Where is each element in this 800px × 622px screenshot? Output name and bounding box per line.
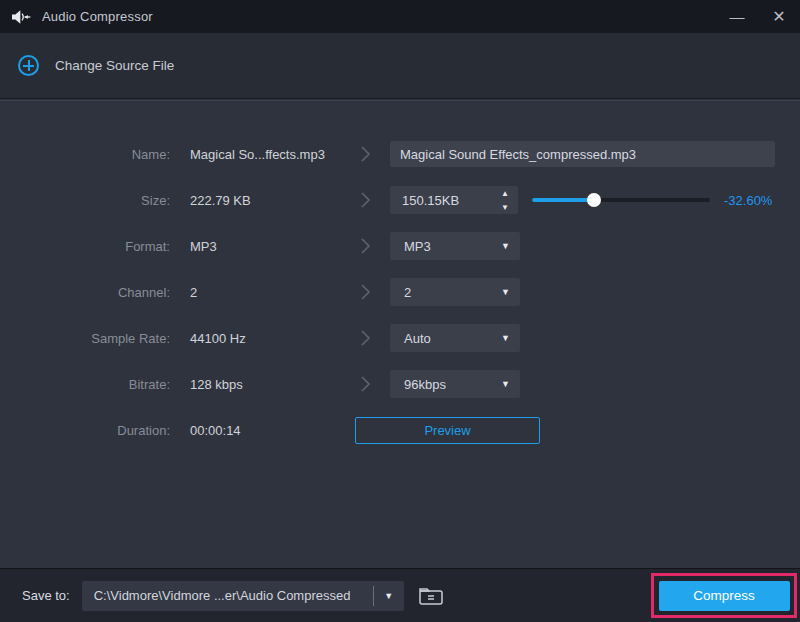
channel-original-value: 2 xyxy=(190,285,340,300)
name-original-value: Magical So...ffects.mp3 xyxy=(190,147,340,162)
channel-dropdown[interactable]: 2 ▼ xyxy=(390,278,520,306)
save-path-combobox[interactable]: C:\Vidmore\Vidmore ...er\Audio Compresse… xyxy=(82,581,404,611)
settings-form: Name: Magical So...ffects.mp3 Size: 222.… xyxy=(0,100,800,453)
bitrate-selected-value: 96kbps xyxy=(404,377,501,392)
save-path-dropdown-arrow-icon[interactable]: ▼ xyxy=(374,591,404,601)
chevron-right-icon xyxy=(340,283,390,301)
save-path-value: C:\Vidmore\Vidmore ...er\Audio Compresse… xyxy=(82,588,373,603)
chevron-right-icon xyxy=(340,237,390,255)
browse-folder-button[interactable] xyxy=(416,582,446,610)
header-bar: Change Source File xyxy=(0,33,800,99)
save-to-label: Save to: xyxy=(22,588,70,603)
folder-icon xyxy=(418,585,444,607)
sample-rate-label: Sample Rate: xyxy=(20,331,170,346)
chevron-right-icon xyxy=(340,375,390,393)
size-label: Size: xyxy=(20,193,170,208)
audio-compressor-window: Audio Compressor — ✕ Change Source File … xyxy=(0,0,800,622)
spinner-arrows: ▲ ▼ xyxy=(492,186,518,214)
format-dropdown[interactable]: MP3 ▼ xyxy=(390,232,520,260)
format-label: Format: xyxy=(20,239,170,254)
speaker-compress-icon xyxy=(12,9,32,25)
name-label: Name: xyxy=(20,147,170,162)
duration-row: Duration: 00:00:14 Preview xyxy=(0,407,800,453)
bitrate-dropdown[interactable]: 96kbps ▼ xyxy=(390,370,520,398)
spin-down-icon[interactable]: ▼ xyxy=(492,200,518,214)
duration-value: 00:00:14 xyxy=(190,423,340,438)
chevron-right-icon xyxy=(340,329,390,347)
output-name-input[interactable] xyxy=(390,141,775,167)
slider-thumb[interactable] xyxy=(587,193,601,207)
bitrate-row: Bitrate: 128 kbps 96kbps ▼ xyxy=(0,361,800,407)
sample-rate-original-value: 44100 Hz xyxy=(190,331,340,346)
dropdown-arrow-icon: ▼ xyxy=(501,333,510,343)
spin-up-icon[interactable]: ▲ xyxy=(492,186,518,200)
chevron-right-icon xyxy=(340,191,390,209)
target-size-spinner[interactable]: 150.15KB ▲ ▼ xyxy=(390,186,518,214)
channel-selected-value: 2 xyxy=(404,285,501,300)
duration-label: Duration: xyxy=(20,423,170,438)
chevron-right-icon xyxy=(340,145,390,163)
target-size-value: 150.15KB xyxy=(390,193,492,208)
format-original-value: MP3 xyxy=(190,239,340,254)
size-original-value: 222.79 KB xyxy=(190,193,340,208)
titlebar: Audio Compressor — ✕ xyxy=(0,0,800,33)
sample-rate-dropdown[interactable]: Auto ▼ xyxy=(390,324,520,352)
minimize-button[interactable]: — xyxy=(716,0,758,33)
change-source-file-label: Change Source File xyxy=(55,58,174,73)
sample-rate-selected-value: Auto xyxy=(404,331,501,346)
size-row: Size: 222.79 KB 150.15KB ▲ ▼ -32.60% xyxy=(0,177,800,223)
footer-bar: Save to: C:\Vidmore\Vidmore ...er\Audio … xyxy=(0,568,800,622)
channel-row: Channel: 2 2 ▼ xyxy=(0,269,800,315)
dropdown-arrow-icon: ▼ xyxy=(501,287,510,297)
bitrate-label: Bitrate: xyxy=(20,377,170,392)
slider-fill xyxy=(532,198,594,202)
compress-button[interactable]: Compress xyxy=(659,581,790,611)
size-reduction-percent: -32.60% xyxy=(724,193,772,208)
dropdown-arrow-icon: ▼ xyxy=(501,241,510,251)
format-row: Format: MP3 MP3 ▼ xyxy=(0,223,800,269)
preview-button[interactable]: Preview xyxy=(355,417,540,444)
close-button[interactable]: ✕ xyxy=(758,0,800,33)
window-controls: — ✕ xyxy=(716,0,800,33)
size-slider[interactable] xyxy=(532,193,710,207)
change-source-file-button[interactable]: Change Source File xyxy=(18,55,174,76)
format-selected-value: MP3 xyxy=(404,239,501,254)
sample-rate-row: Sample Rate: 44100 Hz Auto ▼ xyxy=(0,315,800,361)
bitrate-original-value: 128 kbps xyxy=(190,377,340,392)
channel-label: Channel: xyxy=(20,285,170,300)
name-row: Name: Magical So...ffects.mp3 xyxy=(0,131,800,177)
compress-highlight-annotation: Compress xyxy=(651,573,797,618)
window-title: Audio Compressor xyxy=(42,9,153,24)
dropdown-arrow-icon: ▼ xyxy=(501,379,510,389)
plus-icon xyxy=(18,55,39,76)
